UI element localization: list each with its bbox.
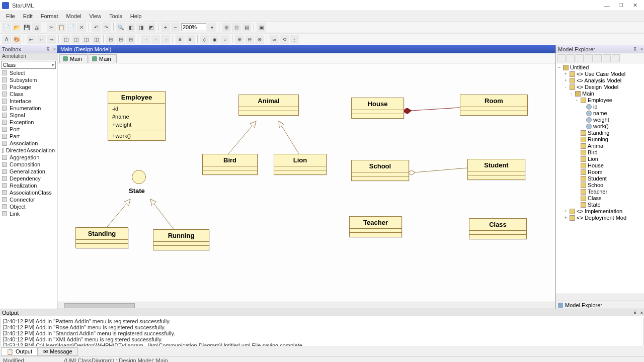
class-employee[interactable]: Employee -id #name +weight +work() (108, 91, 166, 141)
redo-button[interactable]: ↷ (102, 23, 111, 32)
tb-a[interactable]: ◧ (126, 23, 135, 32)
align-left-button[interactable]: ⇤ (27, 35, 36, 44)
class-house[interactable]: House (351, 98, 404, 119)
zoom-dropdown[interactable]: ▾ (207, 23, 216, 32)
tree-node[interactable]: work() (556, 123, 644, 130)
tool-signal[interactable]: Signal (0, 112, 57, 119)
class-bird[interactable]: Bird (202, 154, 258, 175)
f21[interactable]: ⋮ (290, 35, 299, 44)
pin-icon[interactable]: ⊼ (633, 47, 637, 52)
output-body[interactable]: [3:40:12 PM] Add-In "Pattern AddIn" menu… (1, 317, 643, 346)
f16[interactable]: ⊕ (235, 35, 244, 44)
save-button[interactable]: 💾 (22, 23, 31, 32)
class-animal[interactable]: Animal (238, 95, 299, 116)
menu-file[interactable]: File (2, 12, 19, 20)
tree-node[interactable]: Class (556, 195, 644, 202)
tab-main-1[interactable]: Main (59, 54, 88, 63)
f14[interactable]: ◆ (210, 35, 219, 44)
print-button[interactable]: 🖨 (32, 23, 41, 32)
tree-node[interactable]: -<> Design Model (556, 84, 644, 90)
close-panel-icon[interactable]: × (640, 47, 643, 52)
annotation-header[interactable]: Annotation (0, 53, 57, 60)
pin-icon[interactable]: ⊼ (46, 47, 50, 52)
menu-edit[interactable]: Edit (19, 12, 37, 20)
f3[interactable]: ◫ (82, 35, 91, 44)
f13[interactable]: ◇ (200, 35, 209, 44)
cut-button[interactable]: ✂ (47, 23, 56, 32)
tree-node[interactable]: Running (556, 136, 644, 143)
tool-enumeration[interactable]: Enumeration (0, 105, 57, 112)
f6[interactable]: ⊟ (116, 35, 125, 44)
f12[interactable]: ≡ (186, 35, 195, 44)
tb-b[interactable]: ◨ (136, 23, 145, 32)
tree-node[interactable]: +<> Deployment Mod (556, 215, 644, 221)
tree-node[interactable]: State (556, 202, 644, 208)
f18[interactable]: ⊗ (255, 35, 264, 44)
f17[interactable]: ⊖ (245, 35, 254, 44)
f7[interactable]: ⊟ (126, 35, 135, 44)
exp-tool-7[interactable] (612, 54, 620, 62)
minimize-button[interactable]: — (600, 1, 614, 10)
f19[interactable]: ∞ (270, 35, 279, 44)
tree-node[interactable]: name (556, 110, 644, 117)
tab-main-2[interactable]: Main (89, 54, 117, 63)
tree-node[interactable]: -Employee (556, 97, 644, 104)
tree-node[interactable]: +<> Implementation (556, 208, 644, 215)
canvas[interactable]: Employee -id #name +weight +work() Anima… (57, 63, 555, 302)
maximize-button[interactable]: ☐ (614, 1, 628, 10)
find-button[interactable]: 🔍 (116, 23, 125, 32)
class-school[interactable]: School (351, 160, 409, 181)
tool-realization[interactable]: Realization (0, 182, 57, 189)
class-running[interactable]: Running (153, 229, 209, 250)
tool-aggregation[interactable]: Aggregation (0, 154, 57, 161)
tree-node[interactable]: Teacher (556, 189, 644, 195)
tree-node[interactable]: Lion (556, 156, 644, 162)
tree-root[interactable]: −Untitled (556, 64, 644, 71)
tool-port[interactable]: Port (0, 126, 57, 133)
f8[interactable]: → (141, 35, 150, 44)
tree-node[interactable]: Room (556, 169, 644, 175)
paste-button[interactable]: 📄 (67, 23, 76, 32)
explorer-tab[interactable]: Model Explorer (556, 301, 644, 309)
tool-connector[interactable]: Connector (0, 196, 57, 203)
tb-e[interactable]: ⊡ (232, 23, 241, 32)
tree-node[interactable]: id (556, 104, 644, 110)
tool-associationclass[interactable]: AssociationClass (0, 189, 57, 196)
tree-node[interactable]: Student (556, 175, 644, 182)
f1[interactable]: ◫ (61, 35, 70, 44)
menu-view[interactable]: View (86, 12, 106, 20)
tree-node[interactable]: +<> Use Case Model (556, 71, 644, 77)
tool-part[interactable]: Part (0, 133, 57, 140)
close-panel-icon[interactable]: × (53, 47, 56, 52)
exp-tool-5[interactable] (594, 54, 602, 62)
close-button[interactable]: ✕ (628, 1, 642, 10)
tb-d[interactable]: ⊞ (222, 23, 231, 32)
open-button[interactable]: 📂 (12, 23, 21, 32)
output-tab-output[interactable]: 📋Output (1, 347, 38, 356)
tree-node[interactable]: Standing (556, 130, 644, 136)
tb-f[interactable]: ▤ (242, 23, 251, 32)
f15[interactable]: ○ (220, 35, 229, 44)
output-tab-message[interactable]: ✉Message (38, 347, 78, 356)
align-right-button[interactable]: ⇥ (47, 35, 56, 44)
tb-g[interactable]: ▣ (257, 23, 266, 32)
class-room[interactable]: Room (460, 95, 528, 116)
class-teacher[interactable]: Teacher (349, 216, 402, 237)
model-tree[interactable]: −Untitled +<> Use Case Model+<> Analysis… (556, 63, 644, 294)
f4[interactable]: ◫ (92, 35, 101, 44)
tree-node[interactable]: -Main (556, 90, 644, 97)
f10[interactable]: → (161, 35, 170, 44)
tool-class[interactable]: Class (0, 90, 57, 98)
zoom-out-button[interactable]: − (171, 23, 180, 32)
tool-interface[interactable]: Interface (0, 98, 57, 105)
tool-dependency[interactable]: Dependency (0, 175, 57, 182)
explorer-hscroll[interactable] (556, 294, 644, 301)
f11[interactable]: ≡ (176, 35, 185, 44)
font-button[interactable]: A (2, 35, 11, 44)
menu-format[interactable]: Format (37, 12, 62, 20)
class-student[interactable]: Student (467, 159, 525, 180)
new-button[interactable]: 📄 (2, 23, 11, 32)
tree-node[interactable]: School (556, 182, 644, 189)
tool-select[interactable]: Select (0, 69, 57, 76)
category-combo[interactable]: Class (1, 61, 56, 69)
